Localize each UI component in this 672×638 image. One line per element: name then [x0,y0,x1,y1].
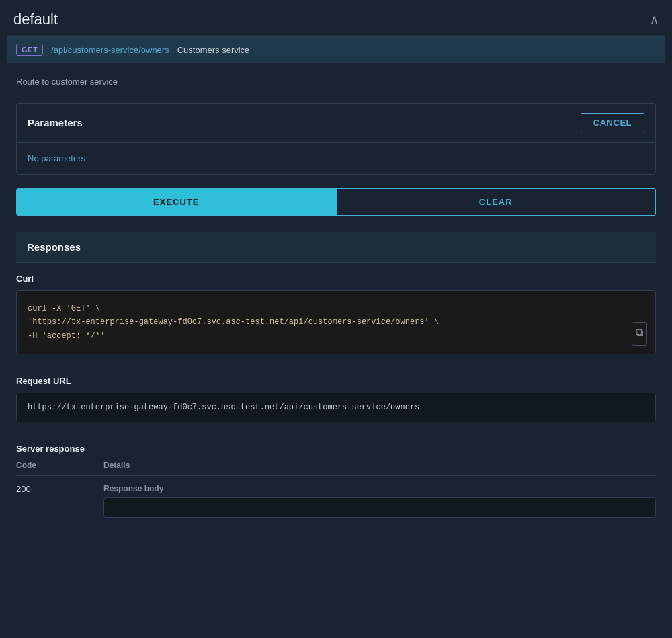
cancel-button[interactable]: CANCEL [581,113,644,132]
request-url-box: https://tx-enterprise-gateway-fd0c7.svc.… [16,393,656,422]
response-body-label: Response body [103,484,656,493]
curl-line-1: curl -X 'GET' \ [28,302,644,315]
response-details: Response body [103,484,656,518]
action-buttons: EXECUTE CLEAR [16,188,656,216]
page-header: default ∧ [7,0,665,37]
api-row[interactable]: GET /api/customers-service/owners Custom… [7,37,665,63]
request-url-label: Request URL [16,376,656,386]
route-description: Route to customer service [16,77,656,87]
execute-button[interactable]: EXECUTE [17,189,336,215]
parameters-section: Parameters CANCEL No parameters [16,103,656,175]
api-path: /api/customers-service/owners [51,45,169,55]
page-title: default [13,11,58,28]
parameters-title: Parameters [28,117,83,128]
request-url-section: Request URL https://tx-enterprise-gatewa… [16,365,656,433]
column-header-code: Code [16,461,103,470]
column-header-details: Details [103,461,656,470]
response-code: 200 [16,484,103,518]
http-method-badge: GET [16,44,43,56]
copy-icon[interactable]: ⧉ [632,322,647,346]
main-content: Route to customer service Parameters CAN… [7,63,665,564]
parameters-header: Parameters CANCEL [17,104,655,143]
server-response-section: Server response Code Details 200 Respons… [16,433,656,537]
responses-section: Responses Curl curl -X 'GET' \ 'https://… [16,232,656,537]
response-body-content [103,497,656,518]
clear-button[interactable]: CLEAR [336,189,656,215]
table-row: 200 Response body [16,476,656,526]
curl-line-3: -H 'accept: */*' [28,329,644,343]
curl-label: Curl [16,274,656,284]
collapse-icon[interactable]: ∧ [650,12,659,27]
responses-title: Responses [27,241,81,253]
no-parameters-text: No parameters [17,143,655,174]
curl-code-block: curl -X 'GET' \ 'https://tx-enterprise-g… [16,290,656,354]
server-response-label: Server response [16,444,656,454]
page-container: default ∧ GET /api/customers-service/own… [0,0,672,564]
curl-line-2: 'https://tx-enterprise-gateway-fd0c7.svc… [28,315,644,329]
response-table-header: Code Details [16,461,656,476]
responses-header: Responses [16,232,656,263]
curl-section: Curl curl -X 'GET' \ 'https://tx-enterpr… [16,263,656,365]
api-description: Customers service [177,45,250,55]
